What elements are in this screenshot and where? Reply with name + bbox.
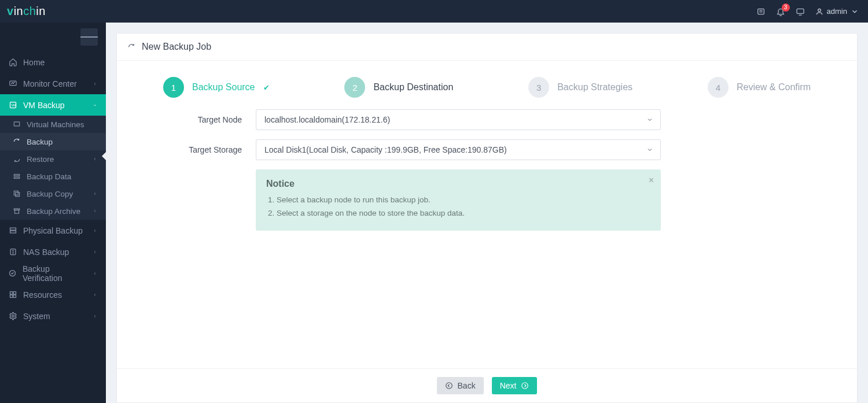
sidebar-item-label: Backup Archive bbox=[27, 207, 80, 216]
svg-rect-23 bbox=[13, 292, 16, 294]
monitor-icon bbox=[8, 79, 17, 88]
step-number: 4 bbox=[708, 77, 729, 98]
sidebar-item-label: VM Backup bbox=[23, 101, 65, 110]
arrow-left-circle-icon bbox=[445, 382, 453, 390]
step-label: Backup Destination bbox=[373, 82, 453, 93]
sidebar-item-label: NAS Backup bbox=[23, 247, 69, 257]
display-icon[interactable] bbox=[796, 7, 805, 16]
target-node-select[interactable]: localhost.localdomain(172.18.21.6) bbox=[256, 109, 661, 130]
step-backup-destination[interactable]: 2 Backup Destination bbox=[344, 77, 453, 98]
grid-icon bbox=[8, 290, 17, 300]
sidebar-item-physical-backup[interactable]: Physical Backup bbox=[0, 220, 106, 241]
back-button[interactable]: Back bbox=[437, 377, 484, 394]
sidebar-subitem-backup[interactable]: Backup bbox=[0, 133, 106, 150]
user-menu[interactable]: admin bbox=[815, 7, 859, 16]
notice-line: Select a storage on the node to store th… bbox=[277, 207, 640, 220]
svg-rect-12 bbox=[16, 193, 20, 197]
sidebar-item-label: Backup Data bbox=[27, 172, 71, 181]
wizard-steps: 1 Backup Source ✔ 2 Backup Destination 3… bbox=[117, 61, 857, 103]
sidebar-item-label: Backup Verification bbox=[23, 264, 87, 283]
chevron-left-icon bbox=[92, 156, 98, 162]
sidebar-item-label: Virtual Machines bbox=[27, 120, 84, 129]
brand-logo: vinchin bbox=[7, 5, 46, 18]
step-backup-source[interactable]: 1 Backup Source ✔ bbox=[163, 77, 270, 98]
svg-rect-18 bbox=[10, 249, 16, 255]
data-icon bbox=[13, 172, 21, 180]
archive-icon bbox=[13, 207, 21, 215]
refresh-icon bbox=[127, 43, 136, 51]
row-target-node: Target Node localhost.localdomain(172.18… bbox=[163, 109, 811, 130]
svg-rect-25 bbox=[13, 295, 16, 297]
sidebar-subitem-restore[interactable]: Restore bbox=[0, 150, 106, 168]
hamburger-icon[interactable] bbox=[80, 28, 98, 46]
chevron-left-icon bbox=[92, 208, 98, 214]
sidebar-item-system[interactable]: System bbox=[0, 305, 106, 327]
sidebar-item-label: Resources bbox=[23, 290, 62, 300]
svg-point-5 bbox=[818, 9, 821, 12]
svg-rect-16 bbox=[10, 228, 16, 230]
close-icon[interactable]: × bbox=[649, 175, 654, 186]
chevron-left-icon bbox=[92, 249, 98, 255]
chevron-down-icon bbox=[851, 8, 859, 16]
chevron-down-icon bbox=[646, 146, 653, 153]
step-label: Backup Strategies bbox=[557, 82, 632, 93]
svg-rect-13 bbox=[14, 191, 18, 195]
gear-icon bbox=[8, 312, 17, 321]
svg-rect-10 bbox=[14, 175, 19, 176]
sidebar-item-home[interactable]: Home bbox=[0, 51, 106, 73]
target-storage-value: Local Disk1(Local Disk, Capacity :199.9G… bbox=[264, 145, 507, 154]
sidebar-item-backup-verification[interactable]: Backup Verification bbox=[0, 262, 106, 284]
sidebar-item-label: Backup bbox=[27, 138, 53, 146]
sidebar-subitem-backup-copy[interactable]: Backup Copy bbox=[0, 185, 106, 202]
panel-header: New Backup Job bbox=[117, 34, 857, 61]
chevron-left-icon bbox=[92, 313, 98, 319]
sidebar-subitem-backup-archive[interactable]: Backup Archive bbox=[0, 202, 106, 220]
sidebar-collapse-row bbox=[0, 23, 106, 51]
notice-line: Select a backup node to run this backup … bbox=[277, 194, 640, 207]
sidebar: Home Monitor Center VM VM Backup Virtual… bbox=[0, 23, 106, 403]
target-storage-select[interactable]: Local Disk1(Local Disk, Capacity :199.9G… bbox=[256, 139, 661, 160]
next-button[interactable]: Next bbox=[492, 377, 538, 394]
step-backup-strategies[interactable]: 3 Backup Strategies bbox=[528, 77, 632, 98]
sidebar-item-vm-backup[interactable]: VM VM Backup bbox=[0, 94, 106, 116]
svg-rect-9 bbox=[14, 122, 19, 126]
target-node-value: localhost.localdomain(172.18.21.6) bbox=[264, 115, 390, 124]
sidebar-subitem-backup-data[interactable]: Backup Data bbox=[0, 168, 106, 185]
chevron-left-icon bbox=[93, 271, 98, 276]
copy-icon bbox=[13, 190, 21, 198]
notice-heading: Notice bbox=[266, 179, 640, 189]
step-number: 3 bbox=[528, 77, 549, 98]
step-label: Review & Confirm bbox=[737, 82, 811, 93]
step-review-confirm[interactable]: 4 Review & Confirm bbox=[708, 77, 811, 98]
refresh-icon bbox=[13, 138, 21, 146]
target-node-label: Target Node bbox=[163, 115, 256, 124]
chevron-left-icon bbox=[92, 81, 98, 87]
sidebar-item-label: Home bbox=[23, 58, 45, 67]
svg-rect-17 bbox=[10, 231, 16, 233]
sidebar-item-monitor[interactable]: Monitor Center bbox=[0, 73, 106, 94]
svg-rect-11 bbox=[14, 177, 19, 178]
svg-rect-3 bbox=[797, 9, 804, 13]
arrow-right-circle-icon bbox=[521, 382, 529, 390]
task-list-icon[interactable] bbox=[756, 7, 766, 16]
button-label: Next bbox=[500, 381, 517, 390]
sidebar-subitem-virtual-machines[interactable]: Virtual Machines bbox=[0, 116, 106, 133]
row-target-storage: Target Storage Local Disk1(Local Disk, C… bbox=[163, 139, 811, 160]
sidebar-item-label: Physical Backup bbox=[23, 226, 83, 235]
chevron-left-icon bbox=[92, 228, 98, 234]
destination-form: Target Node localhost.localdomain(172.18… bbox=[117, 103, 857, 368]
chevron-down-icon bbox=[92, 102, 98, 108]
bell-icon[interactable]: 3 bbox=[776, 7, 785, 16]
svg-rect-22 bbox=[10, 292, 12, 294]
wizard-panel: New Backup Job 1 Backup Source ✔ 2 Backu… bbox=[116, 33, 858, 403]
sidebar-item-label: Monitor Center bbox=[23, 79, 77, 88]
shield-check-icon bbox=[8, 269, 17, 278]
panel-footer: Back Next bbox=[117, 368, 857, 402]
sidebar-item-nas-backup[interactable]: NAS Backup bbox=[0, 241, 106, 262]
restore-icon bbox=[13, 155, 21, 163]
topbar: vinchin 3 admin bbox=[0, 0, 868, 23]
chevron-left-icon bbox=[92, 191, 98, 197]
target-storage-label: Target Storage bbox=[163, 145, 256, 154]
sidebar-item-resources[interactable]: Resources bbox=[0, 284, 106, 305]
step-number: 2 bbox=[344, 77, 365, 98]
